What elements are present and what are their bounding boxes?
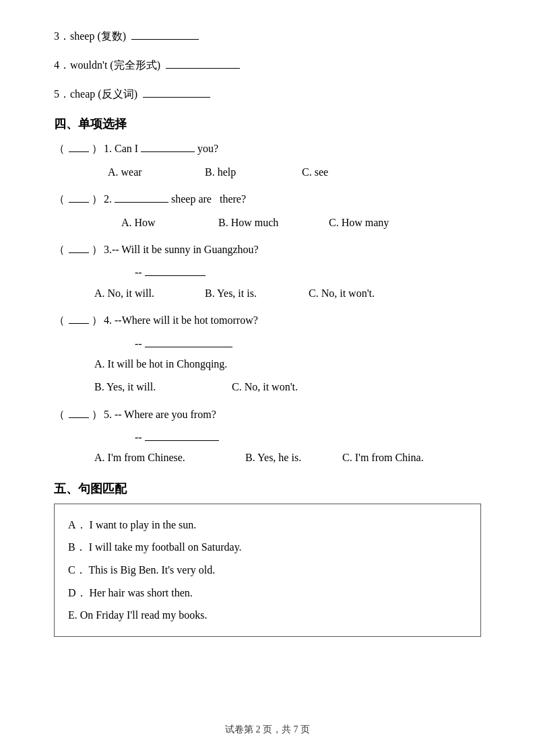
q5-dash-line: --: [135, 427, 481, 448]
q4-bracket-close: ）: [92, 310, 101, 331]
item5-blank: [143, 97, 210, 98]
q4-optA-line: A. It will be hot in Chongqing.: [94, 354, 481, 374]
q5-optB: B. Yes, he is.: [245, 448, 340, 468]
q1-num: 1. Can I: [104, 139, 138, 159]
page: 3．sheep (复数) 4．wouldn't (完全形式) 5．cheap (…: [0, 0, 535, 756]
q4-dash-line: --: [135, 334, 481, 354]
page-footer: 试卷第 2 页，共 7 页: [0, 724, 535, 736]
q1-optB: B. help: [205, 162, 299, 182]
section5-textE: On Friday I'll read my books.: [80, 609, 208, 621]
q2-num: 2.: [104, 189, 112, 209]
item4-text: 4．wouldn't (完全形式): [54, 59, 163, 71]
question-1: （ ） 1. Can I you? A. wear B. help C. see: [54, 139, 481, 182]
q3-text: 3.-- Will it be sunny in Guangzhou?: [104, 240, 259, 260]
q4-text: 4. --Where will it be hot tomorrow?: [104, 310, 258, 331]
q2-optB: B. How much: [218, 213, 326, 233]
section3-items: 3．sheep (复数) 4．wouldn't (完全形式) 5．cheap (…: [54, 27, 481, 104]
q3-bracket-open: （: [54, 240, 63, 260]
q3-optB: B. Yes, it is.: [205, 283, 306, 304]
q1-blank: [141, 151, 195, 152]
q1-optC: C. see: [302, 162, 396, 182]
section5-itemE: E. On Friday I'll read my books.: [68, 604, 467, 627]
q1-bracket-close: ）: [92, 139, 101, 159]
section5-itemD: D． Her hair was short then.: [68, 582, 467, 605]
q4-answer-blank: [69, 313, 89, 324]
section4-title: 四、单项选择: [54, 116, 481, 132]
q2-bracket-open: （: [54, 189, 63, 209]
q5-answer-blank: [69, 407, 89, 418]
q3-answer-blank: [69, 242, 89, 253]
section5-textB: I will take my football on Saturday.: [89, 541, 242, 553]
q3-line: （ ） 3.-- Will it be sunny in Guangzhou?: [54, 240, 481, 260]
q5-optA: A. I'm from Chinese.: [94, 448, 243, 468]
q5-text: 5. -- Where are you from?: [104, 405, 216, 425]
q2-optC: C. How many: [329, 213, 423, 233]
section5-itemB: B． I will take my football on Saturday.: [68, 536, 467, 559]
q5-bracket-close: ）: [92, 405, 101, 425]
item-5: 5．cheap (反义词): [54, 85, 481, 104]
item4-blank: [166, 68, 240, 69]
q2-blank: [115, 202, 168, 203]
q3-dash: --: [135, 267, 142, 278]
section5-labelB: B．: [68, 541, 86, 553]
section4: 四、单项选择 （ ） 1. Can I you? A. wear B. help…: [54, 116, 481, 468]
q3-optC: C. No, it won't.: [309, 283, 403, 304]
q3-optA: A. No, it will.: [94, 283, 202, 304]
q5-dash: --: [135, 432, 142, 443]
q2-options: A. How B. How much C. How many: [121, 213, 481, 233]
q1-options: A. wear B. help C. see: [108, 162, 481, 182]
q4-optBC-line: B. Yes, it will. C. No, it won't.: [94, 377, 481, 397]
q4-bracket-open: （: [54, 310, 63, 331]
q1-line: （ ） 1. Can I you?: [54, 139, 481, 159]
q3-bracket-close: ）: [92, 240, 101, 260]
section5-textD: Her hair was short then.: [90, 587, 193, 598]
question-2: （ ） 2. sheep are there? A. How B. How mu…: [54, 189, 481, 233]
q5-optC: C. I'm from China.: [342, 448, 437, 468]
question-5: （ ） 5. -- Where are you from? -- A. I'm …: [54, 405, 481, 469]
q1-optA: A. wear: [108, 162, 202, 182]
q4-optC: C. No, it won't.: [232, 377, 326, 397]
q4-optB: B. Yes, it will.: [94, 377, 229, 397]
item5-text: 5．cheap (反义词): [54, 88, 140, 100]
q5-bracket-open: （: [54, 405, 63, 425]
q4-line: （ ） 4. --Where will it be hot tomorrow?: [54, 310, 481, 331]
item3-blank: [131, 39, 199, 40]
section5-textA: I want to play in the sun.: [90, 519, 197, 530]
q4-dash-blank: [145, 347, 232, 347]
footer-text: 试卷第 2 页，共 7 页: [225, 724, 310, 734]
section5-labelE: E.: [68, 609, 77, 621]
q5-options: A. I'm from Chinese. B. Yes, he is. C. I…: [94, 448, 481, 468]
q1-text-after: you?: [195, 139, 218, 159]
item3-text: 3．sheep (复数): [54, 30, 129, 42]
q2-answer-blank: [69, 192, 89, 203]
section5-labelD: D．: [68, 587, 87, 598]
q1-answer-blank: [69, 141, 89, 152]
section5-itemA: A． I want to play in the sun.: [68, 514, 467, 537]
q1-bracket-open: （: [54, 139, 63, 159]
q2-optA: A. How: [121, 213, 216, 233]
section5-textC: This is Big Ben. It's very old.: [88, 564, 215, 576]
section5-labelA: A．: [68, 519, 87, 530]
q5-dash-blank: [145, 440, 219, 441]
item-3: 3．sheep (复数): [54, 27, 481, 46]
section5-title: 五、句图匹配: [54, 481, 481, 497]
q5-line: （ ） 5. -- Where are you from?: [54, 405, 481, 425]
question-4: （ ） 4. --Where will it be hot tomorrow? …: [54, 310, 481, 398]
item-4: 4．wouldn't (完全形式): [54, 56, 481, 75]
q3-dash-blank: [145, 275, 206, 276]
section5: 五、句图匹配 A． I want to play in the sun. B． …: [54, 481, 481, 637]
question-3: （ ） 3.-- Will it be sunny in Guangzhou? …: [54, 240, 481, 304]
q4-optA: A. It will be hot in Chongqing.: [94, 358, 227, 370]
section5-labelC: C．: [68, 564, 86, 576]
q4-dash: --: [135, 338, 142, 349]
q2-line: （ ） 2. sheep are there?: [54, 189, 481, 209]
section5-itemC: C． This is Big Ben. It's very old.: [68, 559, 467, 582]
q3-options: A. No, it will. B. Yes, it is. C. No, it…: [94, 283, 481, 304]
q2-text-after: sheep are there?: [168, 189, 246, 209]
q3-dash-line: --: [135, 263, 481, 283]
q2-bracket-close: ）: [92, 189, 101, 209]
section5-box: A． I want to play in the sun. B． I will …: [54, 504, 481, 637]
